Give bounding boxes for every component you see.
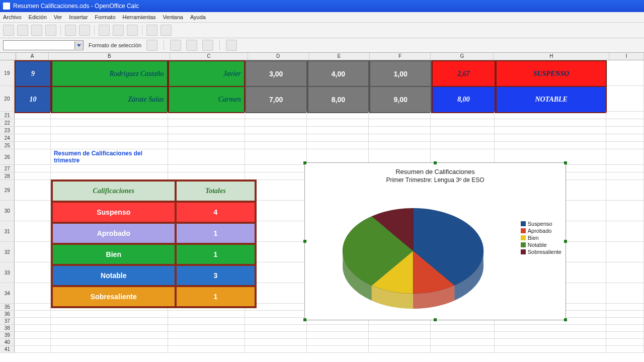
cell[interactable] [51,346,168,352]
cell[interactable] [168,134,245,141]
cell[interactable] [431,325,495,331]
row-header[interactable]: 26 [0,149,15,164]
cell[interactable] [245,346,307,352]
cell[interactable] [15,242,51,262]
cell[interactable] [245,142,307,149]
menu-insertar[interactable]: Insertar [69,14,88,20]
mail-button[interactable] [45,25,56,36]
cell[interactable] [15,262,51,283]
cell[interactable] [15,325,51,331]
menu-edición[interactable]: Edición [29,14,47,20]
menu-ayuda[interactable]: Ayuda [190,14,206,20]
col-F[interactable]: F [370,53,431,60]
cell[interactable] [168,149,245,164]
row-header[interactable]: 35 [0,304,15,310]
cell[interactable] [168,325,245,331]
redo-button[interactable] [160,25,172,36]
cell[interactable] [369,325,431,331]
cell[interactable] [15,339,51,345]
row-header[interactable]: 28 [0,172,15,179]
cell[interactable] [307,142,369,149]
cell[interactable] [431,142,495,149]
cell[interactable] [168,127,245,134]
col-I[interactable]: I [609,53,644,60]
cell[interactable] [168,346,245,352]
cell[interactable] [606,142,644,149]
cell[interactable] [51,127,168,134]
row-header[interactable]: 21 [0,112,15,119]
cell[interactable] [495,346,606,352]
cell[interactable] [495,112,606,119]
cell[interactable] [51,325,168,331]
col-A[interactable]: A [16,53,49,60]
row-header[interactable]: 37 [0,318,15,324]
cell[interactable] [51,142,168,149]
cell[interactable] [431,332,495,338]
row-header[interactable]: 20 [0,86,15,111]
cell[interactable] [606,262,644,283]
cell[interactable] [606,221,644,241]
cell[interactable] [15,180,51,200]
cell[interactable] [51,119,168,126]
cell[interactable] [15,149,51,164]
cell[interactable] [606,304,644,310]
cell[interactable] [15,283,51,303]
row-header[interactable]: 19 [0,60,15,85]
cell[interactable] [606,332,644,338]
cell[interactable]: 4,00 [307,60,370,87]
menu-herramientas[interactable]: Herramientas [123,14,156,20]
cell[interactable] [168,311,245,317]
cell[interactable] [431,119,495,126]
cell[interactable] [168,142,245,149]
cell[interactable]: 1,00 [369,60,432,87]
cell[interactable] [606,149,644,164]
cell[interactable] [15,311,51,317]
cell[interactable] [495,134,606,141]
cell[interactable] [245,149,307,164]
col-D[interactable]: D [248,53,309,60]
cell[interactable] [606,325,644,331]
cell[interactable]: Resumen de Calificaciones del trimestre [51,149,168,164]
cut-button[interactable] [99,25,110,36]
cell[interactable]: SUSPENSO [496,60,607,87]
cell[interactable] [51,339,168,345]
cell[interactable] [245,165,307,172]
cell[interactable] [245,134,307,141]
cell[interactable] [607,60,644,85]
cell[interactable] [51,112,168,119]
col-G[interactable]: G [431,53,494,60]
undo-button[interactable] [146,25,157,36]
cell[interactable] [606,119,644,126]
cell[interactable] [168,172,245,179]
cell[interactable] [15,318,51,324]
col-E[interactable]: E [309,53,370,60]
cell[interactable] [495,332,606,338]
cell[interactable] [431,346,495,352]
format-paint-icon[interactable] [146,40,157,51]
cell[interactable] [307,339,369,345]
cell[interactable] [606,339,644,345]
menu-ver[interactable]: Ver [54,14,62,20]
cell[interactable] [606,165,644,172]
cell[interactable] [15,165,51,172]
cell[interactable] [307,112,369,119]
cell[interactable] [431,134,495,141]
align-left-icon[interactable] [170,40,181,51]
cell[interactable] [245,332,307,338]
cell[interactable] [15,172,51,179]
chart-icon[interactable] [226,40,237,51]
cell[interactable] [51,165,168,172]
cell[interactable] [495,339,606,345]
row-header[interactable]: 30 [0,201,15,221]
cell[interactable] [15,332,51,338]
cell[interactable] [307,325,369,331]
new-button[interactable] [3,25,14,36]
cell[interactable] [307,127,369,134]
cell[interactable]: 9 [15,60,51,87]
cell[interactable] [168,332,245,338]
cell[interactable] [606,346,644,352]
row-header[interactable]: 22 [0,119,15,126]
font-color-icon[interactable] [202,40,213,51]
cell[interactable] [431,127,495,134]
align-center-icon[interactable] [186,40,197,51]
